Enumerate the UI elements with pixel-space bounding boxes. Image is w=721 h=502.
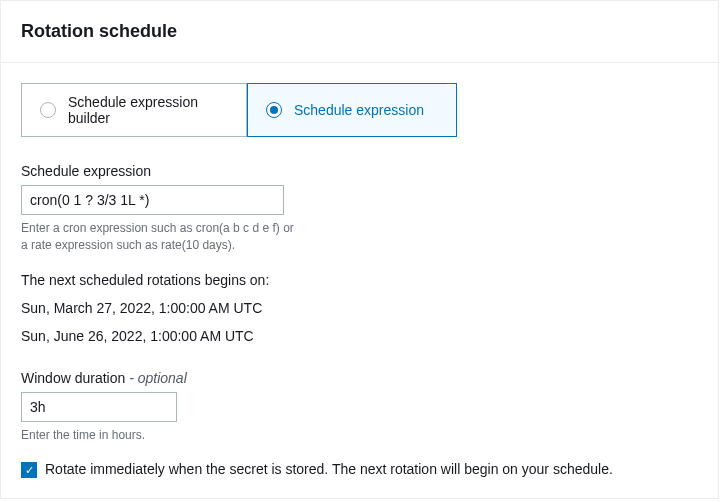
next-rotation-section: The next scheduled rotations begins on: … — [21, 272, 698, 344]
rotation-schedule-panel: Rotation schedule Schedule expression bu… — [0, 0, 719, 499]
tab-expression-builder[interactable]: Schedule expression builder — [21, 83, 247, 137]
window-duration-field-group: Window duration - optional Enter the tim… — [21, 370, 698, 444]
panel-body: Schedule expression builder Schedule exp… — [1, 63, 718, 498]
schedule-expression-helper: Enter a cron expression such as cron(a b… — [21, 220, 301, 254]
rotate-immediately-checkbox-row[interactable]: ✓ Rotate immediately when the secret is … — [21, 461, 698, 478]
window-duration-label: Window duration - optional — [21, 370, 698, 386]
window-duration-optional: - optional — [129, 370, 187, 386]
tab-label: Schedule expression builder — [68, 94, 228, 126]
window-duration-input[interactable] — [21, 392, 177, 422]
tab-label: Schedule expression — [294, 102, 424, 118]
radio-icon — [40, 102, 56, 118]
tab-schedule-expression[interactable]: Schedule expression — [247, 83, 457, 137]
rotation-date: Sun, March 27, 2022, 1:00:00 AM UTC — [21, 300, 698, 316]
window-duration-helper: Enter the time in hours. — [21, 427, 301, 444]
radio-icon — [266, 102, 282, 118]
schedule-mode-tabs: Schedule expression builder Schedule exp… — [21, 83, 698, 137]
schedule-expression-input[interactable] — [21, 185, 284, 215]
next-rotation-heading: The next scheduled rotations begins on: — [21, 272, 698, 288]
panel-title: Rotation schedule — [21, 21, 698, 42]
schedule-expression-label: Schedule expression — [21, 163, 698, 179]
checkbox-checked-icon: ✓ — [21, 462, 37, 478]
panel-header: Rotation schedule — [1, 1, 718, 63]
window-duration-label-text: Window duration — [21, 370, 125, 386]
schedule-expression-field-group: Schedule expression Enter a cron express… — [21, 163, 698, 254]
rotate-immediately-label: Rotate immediately when the secret is st… — [45, 461, 613, 477]
rotation-date: Sun, June 26, 2022, 1:00:00 AM UTC — [21, 328, 698, 344]
